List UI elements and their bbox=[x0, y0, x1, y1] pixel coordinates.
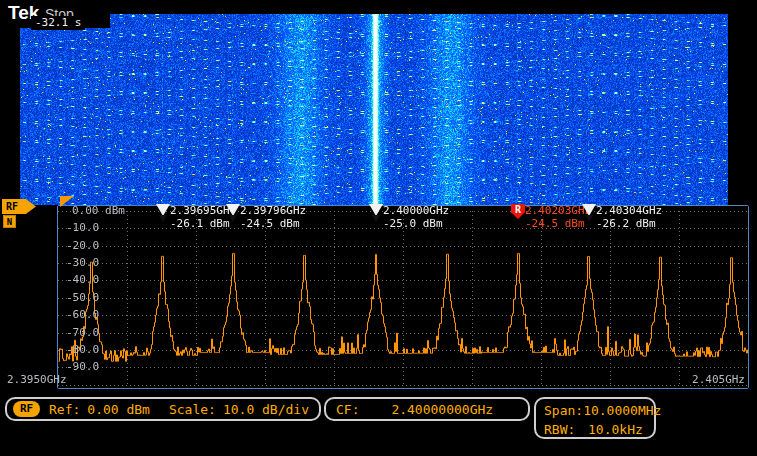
n-marker-badge: N bbox=[3, 215, 16, 228]
span-rbw-readout[interactable]: Span: 10.0000MHz RBW: 10.0kHz bbox=[534, 397, 656, 439]
spectrum-canvas bbox=[58, 206, 748, 388]
marker-frequency-label: 2.39695GH bbox=[170, 204, 230, 217]
marker-amplitude-label: -26.2 dBm bbox=[596, 217, 656, 230]
marker-amplitude-label: -25.0 dBm bbox=[383, 217, 443, 230]
span-label: Span: bbox=[544, 401, 583, 420]
y-axis-label: -70.0 bbox=[66, 327, 99, 339]
readout-bar: RF Ref: 0.00 dBm Scale: 10.0 dB/div CF: … bbox=[0, 397, 757, 442]
y-axis-label: -50.0 bbox=[66, 292, 99, 304]
spectrogram-time-cursor: -32.1 s bbox=[31, 16, 85, 30]
scale-value: 10.0 dB/div bbox=[223, 402, 309, 417]
marker-frequency-label: 2.40304GHz bbox=[596, 204, 662, 217]
y-axis-label: -20.0 bbox=[66, 240, 99, 252]
ref-value: 0.00 dBm bbox=[87, 402, 150, 417]
y-axis-label: -40.0 bbox=[66, 274, 99, 286]
rbw-label: RBW: bbox=[544, 420, 588, 439]
freq-stop-label: 2.405GHz bbox=[692, 374, 745, 386]
marker-triangle-icon bbox=[226, 204, 240, 216]
center-frequency-readout[interactable]: CF: 2.40000000GHz bbox=[324, 397, 530, 421]
cf-label: CF: bbox=[336, 402, 359, 417]
y-axis-label: -30.0 bbox=[66, 257, 99, 269]
y-axis-label: -90.0 bbox=[66, 361, 99, 373]
oscilloscope-screen: Tek Stop -32.1 s RF N 0.00 dBm-10.0-20.0… bbox=[0, 0, 757, 456]
y-axis-label: -60.0 bbox=[66, 309, 99, 321]
marker-triangle-icon bbox=[369, 204, 383, 216]
marker-triangle-icon bbox=[156, 204, 170, 216]
scale-label: Scale: bbox=[169, 402, 216, 417]
marker-frequency-label: 2.40000GHz bbox=[383, 204, 449, 217]
spectrum-plot-frame: 0.00 dBm-10.0-20.0-30.0-40.0-50.0-60.0-7… bbox=[57, 205, 749, 389]
cf-value: 2.40000000GHz bbox=[391, 402, 493, 417]
y-axis-label: -80.0 bbox=[66, 344, 99, 356]
spectrogram-canvas bbox=[20, 14, 728, 205]
marker-frequency-label: 2.39796GHz bbox=[240, 204, 306, 217]
marker-triangle-icon bbox=[582, 204, 596, 216]
y-axis-label: 0.00 dBm bbox=[72, 205, 125, 217]
marker-amplitude-label: -26.1 dBm bbox=[170, 217, 230, 230]
y-axis-label: -10.0 bbox=[66, 222, 99, 234]
rf-vertical-readout[interactable]: RF Ref: 0.00 dBm Scale: 10.0 dB/div bbox=[5, 397, 321, 421]
rbw-value: 10.0kHz bbox=[588, 420, 643, 439]
span-value: 10.0000MHz bbox=[583, 401, 661, 420]
marker-amplitude-label: -24.5 dBm bbox=[240, 217, 300, 230]
trace-position-indicator bbox=[60, 196, 74, 207]
ref-label: Ref: bbox=[49, 402, 80, 417]
freq-start-label: 2.3950GHz bbox=[7, 374, 67, 386]
rf-pill-icon: RF bbox=[13, 401, 40, 417]
marker-amplitude-label: -24.5 dBm bbox=[525, 217, 585, 230]
